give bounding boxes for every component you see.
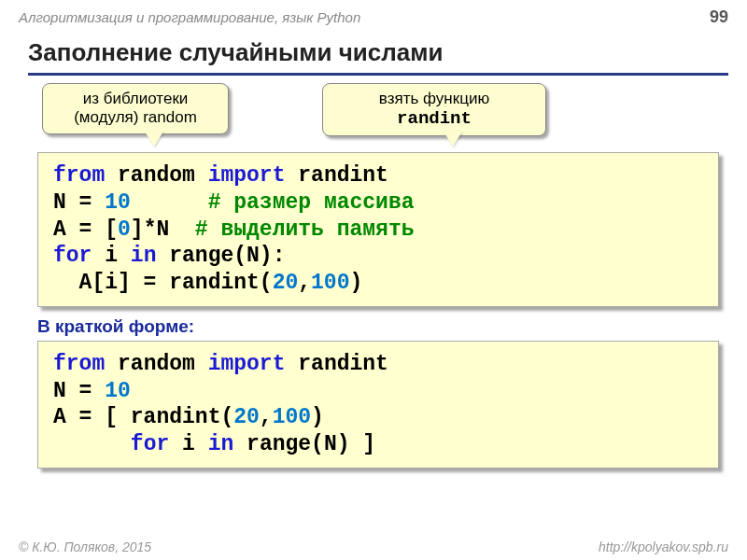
txt: A = [ randint( [53, 405, 233, 429]
txt: , [260, 405, 273, 429]
slide-footer: © К.Ю. Поляков, 2015 http://kpolyakov.sp… [19, 539, 728, 554]
callout-tail-right [444, 132, 462, 147]
txt: ) [311, 405, 324, 429]
kw: import [208, 163, 286, 188]
code-block-1: from random import randint N = 10 # разм… [37, 152, 719, 307]
txt: A = [ [53, 217, 118, 242]
comment: # размер массива [208, 190, 415, 215]
txt: , [298, 271, 311, 295]
txt [53, 432, 131, 456]
num: 10 [105, 190, 131, 215]
txt: N = [53, 190, 105, 215]
callout-function: взять функцию randint [322, 83, 546, 136]
course-name: Алгоритмизация и программирование, язык … [19, 9, 360, 25]
callout-library: из библиотеки (модуля) random [42, 83, 229, 134]
txt [131, 190, 208, 215]
txt: randint [285, 352, 388, 376]
txt: i [169, 432, 207, 456]
num: 10 [105, 379, 131, 403]
kw: from [53, 163, 105, 188]
kw: for [53, 244, 92, 268]
txt: randint [285, 163, 388, 188]
kw: import [208, 352, 286, 376]
txt: random [105, 163, 207, 188]
txt: random [105, 352, 207, 376]
callout-function-line1: взять функцию [379, 90, 489, 107]
kw: in [208, 432, 234, 456]
code-block-2: from random import randint N = 10 A = [ … [37, 341, 719, 469]
txt: ) [349, 271, 362, 295]
callout-tail-left [145, 132, 163, 147]
footer-url: http://kpolyakov.spb.ru [599, 539, 728, 554]
num: 100 [273, 405, 311, 429]
kw: in [131, 244, 157, 268]
txt: N = [53, 379, 105, 403]
num: 20 [233, 405, 260, 429]
callout-row: из библиотеки (модуля) random взять функ… [0, 83, 747, 148]
num: 20 [273, 271, 299, 295]
num: 0 [118, 217, 131, 242]
footer-author: © К.Ю. Поляков, 2015 [19, 539, 151, 554]
txt: ]*N [131, 217, 195, 242]
txt: range(N): [156, 244, 285, 268]
comment: # выделить память [195, 217, 415, 242]
kw: from [53, 352, 105, 376]
slide-header: Алгоритмизация и программирование, язык … [0, 0, 747, 31]
txt: A[i] = randint( [53, 271, 273, 295]
txt: range(N) ] [233, 432, 375, 456]
kw: for [131, 432, 169, 456]
page-number: 99 [710, 7, 728, 27]
callout-function-line2: randint [397, 108, 472, 129]
txt: i [92, 244, 130, 268]
num: 100 [311, 271, 349, 295]
subheading-short-form: В краткой форме: [37, 316, 747, 337]
callout-library-text: из библиотеки (модуля) random [74, 90, 197, 126]
slide-title: Заполнение случайными числами [28, 38, 728, 76]
